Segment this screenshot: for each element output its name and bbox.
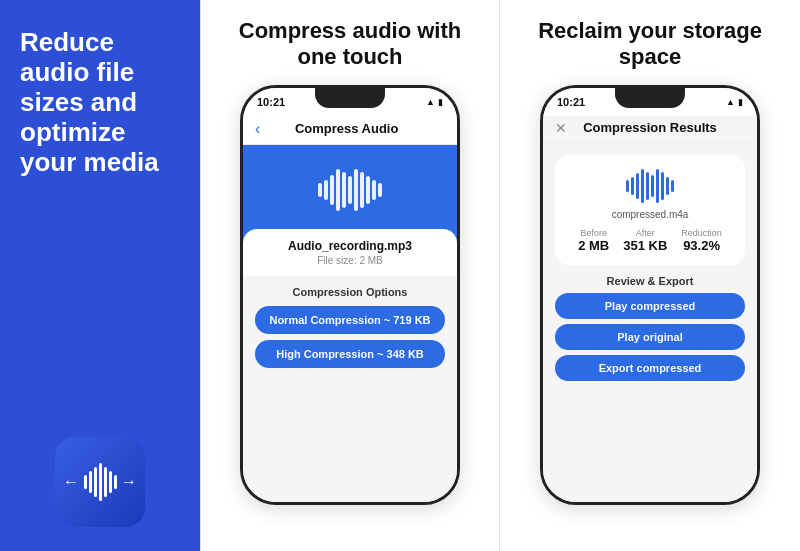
app-icon-container: ← →	[20, 417, 180, 527]
phone-screen-1: ‹ Compress Audio	[243, 116, 457, 502]
screen1-bottom-area: Compression Options Normal Compression ~…	[243, 276, 457, 502]
panel-reclaim: Reclaim your storage space 10:21 ▲ ▮ ✕ C…	[500, 0, 800, 551]
phone-mockup-1: 10:21 ▲ ▮ ‹ Compress Audio	[240, 85, 460, 505]
export-section: Review & Export Play compressed Play ori…	[555, 275, 745, 386]
panel-compress: Compress audio with one touch 10:21 ▲ ▮ …	[200, 0, 500, 551]
file-name: Audio_recording.mp3	[259, 239, 441, 253]
export-section-label: Review & Export	[555, 275, 745, 287]
stat-after-label: After	[623, 228, 667, 238]
result-waveform-icon	[626, 167, 674, 205]
stat-after: After 351 KB	[623, 228, 667, 253]
battery-icon-2: ▮	[738, 97, 743, 107]
back-arrow-icon[interactable]: ‹	[255, 120, 260, 138]
hero-title: Reduce audio file sizes and optimize you…	[20, 28, 180, 177]
screen1-header: ‹ Compress Audio	[243, 116, 457, 145]
compression-options-label: Compression Options	[255, 286, 445, 298]
phone-screen-2: ✕ Compression Results	[543, 116, 757, 502]
phone-mockup-2: 10:21 ▲ ▮ ✕ Compression Results	[540, 85, 760, 505]
wifi-icon-2: ▲	[726, 97, 735, 107]
phone-notch-2	[615, 88, 685, 108]
file-card: Audio_recording.mp3 File size: 2 MB	[243, 229, 457, 276]
result-card: compressed.m4a Before 2 MB After 351 KB …	[555, 155, 745, 265]
file-size: File size: 2 MB	[259, 255, 441, 266]
arrow-left-icon: ←	[63, 473, 79, 491]
screen1-header-title: Compress Audio	[268, 121, 425, 136]
status-icons-2: ▲ ▮	[726, 97, 743, 107]
stat-reduction-value: 93.2%	[681, 238, 722, 253]
play-original-button[interactable]: Play original	[555, 324, 745, 350]
stat-after-value: 351 KB	[623, 238, 667, 253]
battery-icon-1: ▮	[438, 97, 443, 107]
result-stats: Before 2 MB After 351 KB Reduction 93.2%	[578, 228, 722, 253]
phone-time-2: 10:21	[557, 96, 585, 108]
panel-hero: Reduce audio file sizes and optimize you…	[0, 0, 200, 551]
high-compression-button[interactable]: High Compression ~ 348 KB	[255, 340, 445, 368]
phone-notch-1	[315, 88, 385, 108]
status-icons-1: ▲ ▮	[426, 97, 443, 107]
screen2-header-title: Compression Results	[575, 120, 725, 135]
stat-reduction-label: Reduction	[681, 228, 722, 238]
reclaim-title: Reclaim your storage space	[516, 18, 784, 71]
waveform-icon	[84, 463, 117, 501]
result-filename: compressed.m4a	[612, 209, 689, 220]
arrow-right-icon: →	[121, 473, 137, 491]
app-icon: ← →	[55, 437, 145, 527]
screen2-content: compressed.m4a Before 2 MB After 351 KB …	[543, 143, 757, 502]
compress-title: Compress audio with one touch	[217, 18, 483, 71]
phone-time-1: 10:21	[257, 96, 285, 108]
wifi-icon-1: ▲	[426, 97, 435, 107]
play-compressed-button[interactable]: Play compressed	[555, 293, 745, 319]
export-compressed-button[interactable]: Export compressed	[555, 355, 745, 381]
stat-before-label: Before	[578, 228, 609, 238]
close-icon[interactable]: ✕	[555, 120, 567, 136]
stat-before-value: 2 MB	[578, 238, 609, 253]
waveform-large-icon	[318, 165, 382, 215]
normal-compression-button[interactable]: Normal Compression ~ 719 KB	[255, 306, 445, 334]
screen2-header: ✕ Compression Results	[543, 116, 757, 143]
stat-before: Before 2 MB	[578, 228, 609, 253]
stat-reduction: Reduction 93.2%	[681, 228, 722, 253]
